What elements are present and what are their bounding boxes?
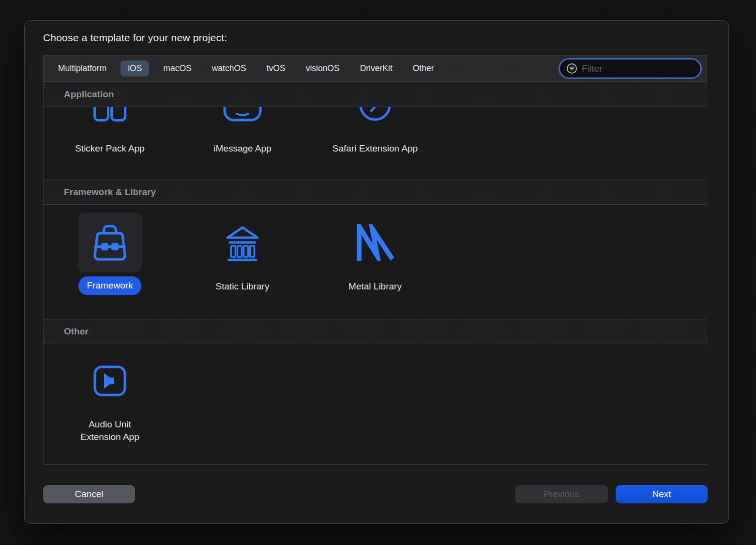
dialog-title: Choose a template for your new project: — [43, 32, 227, 44]
tab-other[interactable]: Other — [413, 63, 434, 74]
filter-field[interactable] — [560, 60, 700, 77]
safari-extension-icon — [359, 107, 392, 121]
filter-circle-icon — [566, 63, 577, 74]
tab-ios[interactable]: iOS — [121, 61, 149, 76]
filter-input[interactable] — [582, 63, 694, 74]
tab-macos[interactable]: macOS — [163, 63, 191, 74]
audio-unit-icon — [93, 365, 126, 396]
template-item-safari-extension-app[interactable]: Safari Extension App — [309, 107, 441, 180]
desktop-background: Choose a template for your new project: … — [0, 0, 756, 545]
section-row-application: Sticker Pack App iMessage App — [44, 107, 707, 180]
imessage-icon — [223, 107, 262, 121]
section-row-other: Audio Unit Extension App — [44, 344, 707, 464]
template-item-label: Safari Extension App — [333, 142, 418, 155]
new-project-template-dialog: Choose a template for your new project: … — [24, 20, 729, 524]
template-item-label: Metal Library — [348, 280, 402, 293]
platform-tabbar: Multiplatform iOS macOS watchOS tvOS vis… — [44, 56, 707, 82]
template-item-static-library[interactable]: Static Library — [176, 205, 309, 319]
sticker-pack-icon — [93, 107, 127, 121]
tab-visionos[interactable]: visionOS — [306, 63, 340, 74]
next-button[interactable]: Next — [616, 485, 708, 503]
template-item-label: iMessage App — [213, 142, 271, 155]
previous-button[interactable]: Previous — [515, 485, 608, 503]
section-header-framework-library: Framework & Library — [44, 180, 707, 205]
tab-driverkit[interactable]: DriverKit — [360, 63, 393, 74]
template-item-imessage-app[interactable]: iMessage App — [176, 107, 309, 180]
template-item-audio-unit-extension-app[interactable]: Audio Unit Extension App — [44, 344, 176, 464]
metal-library-icon — [356, 224, 394, 261]
template-item-framework[interactable]: Framework — [44, 205, 176, 319]
dialog-footer: Cancel Previous Next — [43, 485, 708, 503]
static-library-icon — [223, 223, 262, 262]
selected-item-tile — [78, 212, 142, 272]
section-header-other: Other — [44, 319, 707, 344]
framework-toolbox-icon — [87, 220, 133, 265]
template-item-label: Audio Unit Extension App — [70, 418, 150, 443]
template-item-sticker-pack-app[interactable]: Sticker Pack App — [44, 107, 176, 180]
template-item-label-selected: Framework — [78, 276, 141, 295]
section-row-framework-library: Framework Static L — [44, 205, 707, 319]
section-header-application: Application — [44, 82, 707, 107]
cancel-button[interactable]: Cancel — [43, 485, 135, 503]
tab-tvos[interactable]: tvOS — [267, 63, 286, 74]
template-item-metal-library[interactable]: Metal Library — [309, 205, 441, 319]
template-item-label: Static Library — [216, 280, 270, 293]
template-item-label: Sticker Pack App — [75, 142, 145, 155]
template-chooser: Multiplatform iOS macOS watchOS tvOS vis… — [43, 55, 707, 465]
tab-multiplatform[interactable]: Multiplatform — [58, 63, 106, 74]
tab-watchos[interactable]: watchOS — [212, 63, 246, 74]
